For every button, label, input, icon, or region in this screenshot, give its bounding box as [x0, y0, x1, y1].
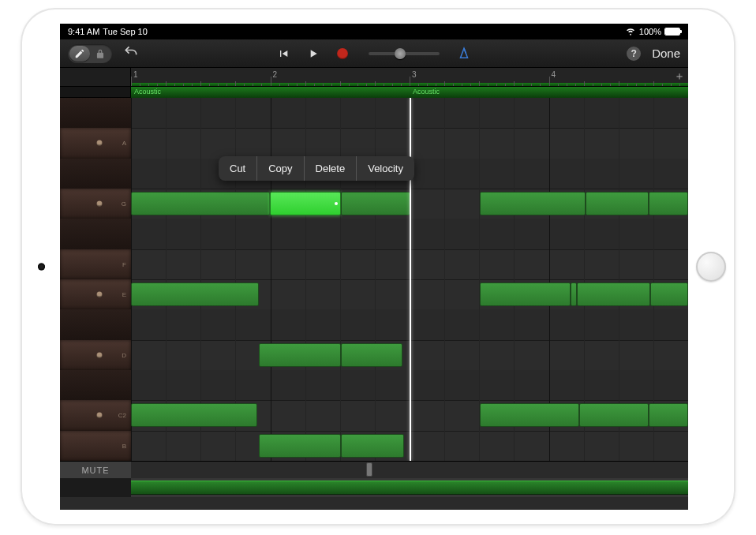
mute-row: MUTE — [60, 461, 688, 478]
midi-note[interactable] — [649, 192, 688, 215]
fret-label: E — [122, 291, 126, 298]
midi-note[interactable] — [131, 192, 270, 215]
status-date: Tue Sep 10 — [103, 27, 147, 36]
app-toolbar: ? Done — [60, 39, 688, 68]
wifi-icon — [625, 25, 636, 38]
context-menu-cut[interactable]: Cut — [219, 156, 257, 181]
bar-number: 4 — [552, 70, 556, 79]
playhead[interactable] — [410, 98, 411, 461]
fret-label: B — [122, 442, 126, 449]
status-time: 9:41 AM — [68, 27, 99, 36]
keyboard-column[interactable]: AGFEDC2B — [60, 98, 131, 461]
midi-note[interactable] — [480, 192, 586, 215]
go-to-start-button[interactable] — [277, 47, 290, 60]
fret-label: C2 — [118, 412, 126, 419]
keyboard-row[interactable] — [60, 159, 131, 189]
keyboard-row[interactable]: A — [60, 128, 131, 158]
home-button[interactable] — [696, 252, 726, 282]
midi-note[interactable] — [480, 282, 571, 306]
keyboard-row[interactable]: C2 — [60, 400, 131, 430]
midi-region[interactable]: Acoustic — [131, 87, 410, 98]
keyboard-row[interactable] — [60, 219, 131, 249]
edit-lock-toggle[interactable] — [68, 44, 112, 63]
record-button[interactable] — [337, 48, 348, 59]
metronome-button[interactable] — [457, 47, 471, 61]
keyboard-row[interactable] — [60, 309, 131, 339]
midi-note[interactable] — [480, 403, 579, 427]
midi-note[interactable] — [579, 403, 649, 427]
bar-number: 3 — [412, 70, 417, 79]
midi-region[interactable]: Acoustic — [410, 87, 688, 98]
midi-note[interactable] — [586, 192, 649, 215]
context-menu: CutCopyDeleteVelocity — [219, 156, 414, 181]
fret-dot-icon — [97, 292, 103, 297]
context-menu-velocity[interactable]: Velocity — [357, 156, 414, 181]
fret-dot-icon — [97, 352, 103, 357]
ipad-camera — [38, 264, 45, 271]
ipad-frame: 9:41 AM Tue Sep 10 100% — [21, 8, 735, 526]
horizontal-overview[interactable] — [60, 478, 688, 497]
piano-roll[interactable]: AGFEDC2B CutCopyDeleteVelocity — [60, 98, 688, 461]
midi-note[interactable] — [577, 282, 650, 306]
status-bar: 9:41 AM Tue Sep 10 100% — [60, 24, 688, 39]
volume-knob[interactable] — [395, 48, 406, 59]
transport-controls — [277, 47, 471, 61]
midi-note[interactable] — [259, 343, 341, 367]
midi-note[interactable] — [131, 403, 257, 427]
fret-label: A — [122, 140, 126, 147]
record-icon — [337, 48, 348, 59]
battery-pct: 100% — [639, 27, 661, 36]
help-button[interactable]: ? — [627, 47, 641, 61]
pencil-icon[interactable] — [69, 46, 90, 62]
undo-button[interactable] — [123, 44, 139, 63]
keyboard-row[interactable]: F — [60, 249, 131, 279]
mute-button[interactable]: MUTE — [60, 462, 131, 478]
region-gutter — [60, 87, 131, 97]
overview-gutter — [60, 478, 131, 497]
context-menu-copy[interactable]: Copy — [257, 156, 304, 181]
scrub-track[interactable] — [131, 462, 688, 478]
done-button[interactable]: Done — [652, 47, 680, 60]
volume-slider[interactable] — [369, 52, 440, 55]
keyboard-row[interactable]: B — [60, 431, 131, 461]
keyboard-row[interactable]: E — [60, 279, 131, 309]
region-header: AcousticAcoustic — [60, 87, 688, 98]
keyboard-row[interactable]: D — [60, 340, 131, 370]
app-screen: 9:41 AM Tue Sep 10 100% — [60, 24, 688, 510]
midi-note[interactable] — [341, 192, 410, 215]
fret-dot-icon — [97, 413, 103, 418]
timeline-ruler[interactable]: 1234＋ — [60, 68, 688, 87]
battery-icon — [664, 28, 680, 36]
play-button[interactable] — [307, 47, 320, 60]
note-grid[interactable] — [131, 98, 688, 461]
bar-number: 2 — [273, 70, 278, 79]
context-menu-arrow — [315, 180, 326, 181]
midi-note[interactable] — [341, 434, 404, 458]
midi-note[interactable] — [650, 282, 688, 306]
fret-dot-icon — [97, 140, 103, 146]
midi-note[interactable] — [259, 434, 341, 458]
fret-dot-icon — [97, 201, 103, 207]
midi-note[interactable] — [131, 282, 259, 306]
fret-label: G — [122, 200, 126, 208]
lock-icon[interactable] — [90, 46, 110, 62]
add-bar-button[interactable]: ＋ — [674, 69, 685, 84]
keyboard-row[interactable]: G — [60, 189, 131, 219]
ruler-gutter — [60, 68, 131, 86]
midi-note[interactable] — [341, 343, 402, 367]
bar-number: 1 — [133, 70, 138, 79]
midi-note-selected[interactable] — [270, 192, 341, 215]
midi-note[interactable] — [649, 403, 688, 427]
fret-label: D — [122, 351, 126, 358]
midi-note[interactable] — [571, 282, 577, 306]
keyboard-row[interactable] — [60, 98, 131, 128]
context-menu-delete[interactable]: Delete — [305, 156, 357, 181]
keyboard-row[interactable] — [60, 370, 131, 400]
scrub-handle[interactable] — [366, 462, 372, 477]
overview-thumb[interactable] — [131, 481, 688, 495]
fret-label: F — [122, 260, 126, 268]
